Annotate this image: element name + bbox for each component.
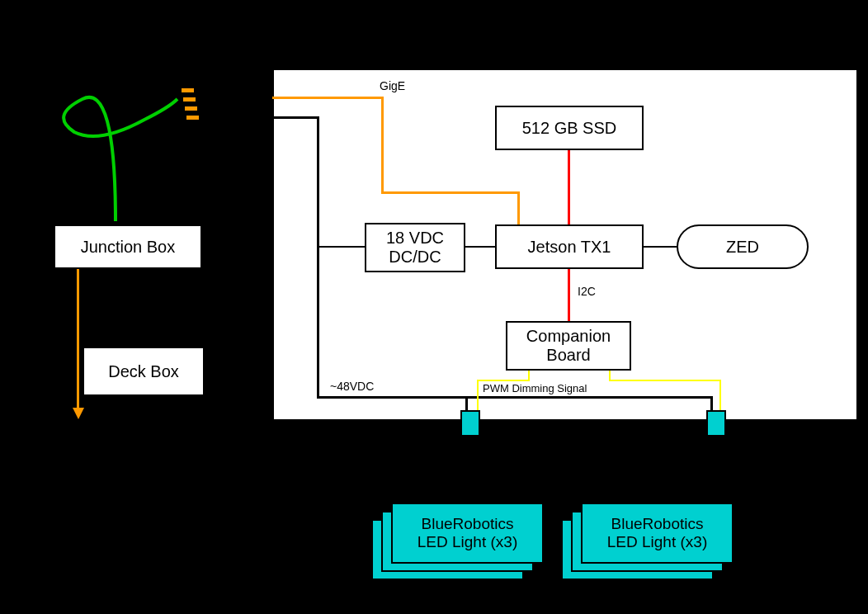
gige-v1: [381, 97, 384, 194]
gige-label: GigE: [380, 79, 405, 92]
junction-box: Junction Box: [54, 224, 202, 269]
gige-v2: [517, 191, 520, 224]
pwm-label: PWM Dimming Signal: [483, 382, 587, 394]
deck-box-label: Deck Box: [108, 362, 179, 381]
led-right-label: BlueRobotics LED Light (x3): [607, 515, 707, 551]
gige-h2: [381, 191, 520, 194]
fiber-cable: [64, 97, 177, 221]
orange-dot-1: [182, 88, 194, 92]
companion-box: Companion Board: [506, 321, 631, 371]
conn-to-led-left: [469, 437, 471, 503]
v48-label: ~48VDC: [330, 380, 374, 393]
orange-dot-2: [183, 97, 196, 102]
led-card-front-right: BlueRobotics LED Light (x3): [581, 503, 734, 564]
v48-top-h: [272, 116, 318, 119]
pwm-h-left: [477, 380, 530, 381]
ssd-box: 512 GB SSD: [495, 106, 644, 150]
i2c-line: [568, 269, 570, 321]
orange-dot-4: [186, 116, 199, 120]
conn-to-led-right-v2: [658, 450, 660, 503]
gige-h1: [272, 97, 384, 99]
junction-box-label: Junction Box: [81, 238, 176, 257]
led-stack-right: BlueRobotics LED Light (x3): [561, 503, 734, 585]
jetson-zed-line: [644, 246, 677, 248]
connector-left: [460, 410, 480, 437]
connector-right: [706, 410, 726, 437]
deck-box: Deck Box: [83, 347, 205, 396]
led-stack-left: BlueRobotics LED Light (x3): [371, 503, 545, 585]
conn-to-led-right-h: [658, 450, 717, 451]
jetson-box: Jetson TX1: [495, 224, 644, 269]
dcdc-label: 18 VDC DC/DC: [386, 229, 444, 267]
orange-arrowhead: [73, 408, 84, 419]
zed-box: ZED: [677, 224, 809, 269]
pwm-h-right: [609, 380, 721, 381]
ssd-jetson-line: [568, 150, 570, 224]
jetson-label: Jetson TX1: [528, 238, 611, 257]
dcdc-box: 18 VDC DC/DC: [365, 223, 465, 272]
ssd-label: 512 GB SSD: [522, 119, 617, 138]
zed-label: ZED: [726, 238, 759, 257]
i2c-label: I2C: [578, 285, 596, 298]
v48-v: [317, 116, 319, 397]
companion-label: Companion Board: [526, 327, 611, 365]
orange-dot-3: [185, 106, 197, 111]
led-card-front-left: BlueRobotics LED Light (x3): [391, 503, 544, 564]
v48-bottom-h: [317, 396, 713, 399]
v48-to-dcdc: [317, 246, 365, 248]
dcdc-jetson-line: [465, 246, 495, 248]
led-left-label: BlueRobotics LED Light (x3): [417, 515, 517, 551]
orange-line-down: [77, 269, 79, 409]
